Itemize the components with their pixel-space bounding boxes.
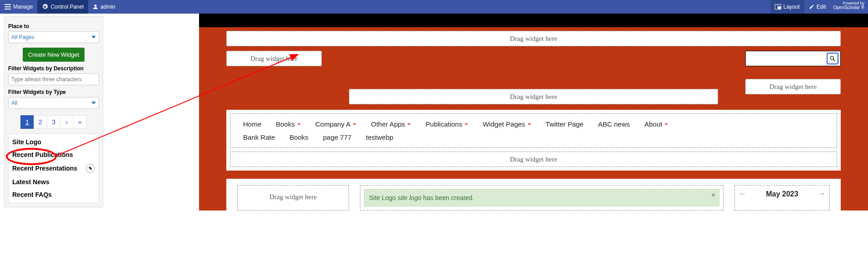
calendar-prev-button[interactable]: ← [738,189,747,199]
powered-label: OpenScholar ® [833,5,864,10]
chevron-down-icon [528,123,531,125]
edit-button[interactable]: Edit [804,0,831,14]
chevron-down-icon [664,123,668,125]
filter-type-select[interactable]: All [8,97,99,109]
drop-zone-under-nav[interactable]: Drag widget here [230,152,837,167]
filter-desc-input[interactable] [8,73,99,85]
manage-menu[interactable]: Manage [0,0,37,14]
nav-item[interactable]: ABC news [591,117,637,131]
filter-desc-label: Filter Widgets by Description [8,65,99,72]
create-widget-button[interactable]: Create New Widget [23,48,85,62]
search-box[interactable] [745,51,841,66]
alert-em: site logo [398,194,421,201]
calendar-header: ← May 2023 → [738,189,826,199]
drop-zone-header-right[interactable]: Drag widget here [745,79,841,94]
success-alert: Site Logo site logo has been created. × [364,189,719,206]
page-3[interactable]: 3 [47,115,60,129]
filter-type-label: Filter Widgets by Type [8,89,99,95]
widget-item-label: Recent Presentations [12,165,77,172]
alert-close-button[interactable]: × [712,191,715,199]
edit-label: Edit [817,4,826,10]
content-right-col: ← May 2023 → [734,185,830,210]
nav-item[interactable]: Widget Pages [475,117,538,131]
chevron-down-icon [407,123,411,125]
hamburger-icon [5,4,11,10]
nav-item[interactable]: About [637,117,675,131]
chevron-down-icon [297,123,301,125]
widget-item[interactable]: Site Logo [9,136,99,148]
drop-zone-top[interactable]: Drag widget here [226,31,841,46]
manage-label: Manage [13,4,33,10]
gear-icon [42,4,48,10]
page-2[interactable]: 2 [34,115,47,129]
topbar: Manage Control Panel admin Layout Edit P… [0,0,868,14]
search-icon [829,55,836,62]
primary-nav: HomeBooks Company A Other Apps Publicati… [230,113,837,148]
svg-rect-2 [778,5,781,6]
nav-item[interactable]: Books [269,117,308,131]
content-mid-col: Site Logo site logo has been created. × [360,185,723,210]
pagination: 123›» [8,115,99,129]
nav-panel: HomeBooks Company A Other Apps Publicati… [226,110,841,171]
user-icon [93,4,98,10]
control-panel-label: Control Panel [50,4,84,10]
calendar-next-button[interactable]: → [818,189,826,199]
page-1[interactable]: 1 [20,115,34,129]
widget-item-label: Latest News [12,178,50,186]
widget-item-label: Recent Publications [12,151,73,158]
nav-item[interactable]: Books [282,131,316,144]
nav-item[interactable]: Company A [308,117,364,131]
chevron-down-icon [464,123,468,125]
widget-item[interactable]: Recent Presentations✎ [9,161,99,176]
alert-prefix: Site Logo [369,194,398,201]
drop-zone-header-left[interactable]: Drag widget here [226,51,322,66]
widget-item[interactable]: Latest News [9,176,99,188]
widget-item[interactable]: Recent Publications [9,148,99,161]
calendar-month-label: May 2023 [766,190,798,198]
page-»[interactable]: » [73,115,87,129]
content-left-col: Drag widget here [237,185,349,210]
chevron-down-icon [353,123,356,125]
widget-item-label: Recent FAQs [12,191,52,198]
layout-canvas: Drag widget here Drag widget here Drag w… [199,14,868,274]
page-›[interactable]: › [60,115,74,129]
admin-menu[interactable]: admin [88,0,120,14]
search-button[interactable] [827,53,838,64]
control-panel-button[interactable]: Control Panel [37,0,88,14]
black-header-bar [199,14,868,27]
orange-region: Drag widget here Drag widget here Drag w… [199,27,868,210]
admin-label: admin [100,4,115,10]
layout-label: Layout [783,4,800,10]
nav-item[interactable]: testwebp [359,131,400,144]
pencil-icon [809,4,814,10]
alert-suffix: has been created. [421,194,474,201]
place-to-select[interactable]: All Pages [8,31,99,43]
pencil-icon[interactable]: ✎ [86,164,95,173]
powered-by: Powered by OpenScholar ® [830,0,868,14]
nav-item[interactable]: Home [236,117,269,131]
widget-list: Site LogoRecent PublicationsRecent Prese… [8,133,99,203]
svg-rect-1 [775,5,778,9]
nav-item[interactable]: Twitter Page [539,117,591,131]
layout-button[interactable]: Layout [770,0,804,14]
nav-item[interactable]: Bank Rate [236,131,282,144]
svg-line-5 [833,59,835,61]
widget-item-label: Site Logo [12,138,41,146]
nav-item[interactable]: page 777 [316,131,359,144]
drop-zone-content-left[interactable]: Drag widget here [241,189,345,205]
drop-zone-header-mid[interactable]: Drag widget here [349,89,718,104]
widget-item[interactable]: Recent FAQs [9,188,99,201]
nav-item[interactable]: Other Apps [364,117,418,131]
place-to-label: Place to [8,23,99,29]
svg-point-4 [830,56,833,59]
layout-icon [775,4,781,10]
widget-sidebar: Place to All Pages Create New Widget Fil… [4,16,103,207]
nav-item[interactable]: Publications [418,117,475,131]
